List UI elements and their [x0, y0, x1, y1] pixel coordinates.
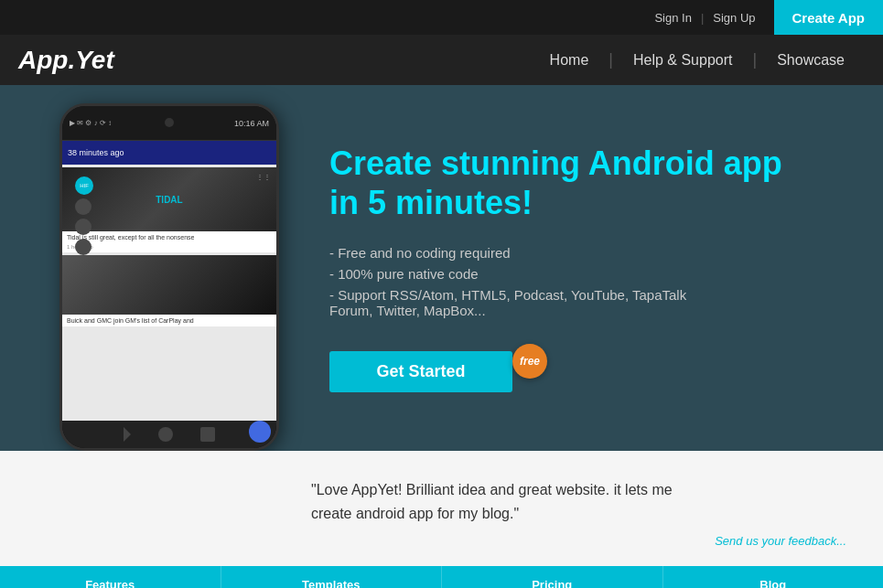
tab-blog[interactable]: Blog: [663, 566, 884, 588]
phone-status-bar: ▶ ✉ ⚙ ♪ ⟳ ↕ 10:16 AM: [62, 106, 276, 141]
phone-news-time-1: 1 hour ago: [62, 243, 276, 252]
hero-content: Create stunning Android app in 5 minutes…: [311, 85, 883, 451]
nav-bar: App.Yet Home | Help & Support | Showcase: [0, 35, 883, 85]
phone-news-item-2: Buick and GMC join GM's list of CarPlay …: [62, 255, 276, 326]
signup-link[interactable]: Sign Up: [704, 11, 764, 25]
tab-templates[interactable]: Templates: [221, 566, 443, 588]
phone-news-img-1: TIDAL HIF ⋮⋮: [62, 167, 276, 231]
hero-feature-1: - Free and no coding required: [329, 245, 846, 261]
phone-area: ▶ ✉ ⚙ ♪ ⟳ ↕ 10:16 AM 38 minutes ago TIDA…: [0, 85, 311, 451]
phone-screen: 38 minutes ago TIDAL HIF: [62, 141, 276, 421]
phone-back-btn[interactable]: [124, 427, 131, 442]
phone-news-text-2: Buick and GMC join GM's list of CarPlay …: [62, 315, 276, 326]
free-badge: free: [512, 344, 547, 379]
phone-home-btn[interactable]: [158, 427, 173, 442]
tab-pricing[interactable]: Pricing: [442, 566, 663, 588]
feedback-link[interactable]: Send us your feedback...: [311, 534, 846, 548]
testimonial-quote: "Love AppYet! Brilliant idea and great w…: [311, 478, 846, 525]
phone-app-bar: 38 minutes ago: [62, 141, 276, 165]
get-started-button[interactable]: Get Started: [329, 351, 512, 392]
nav-links: Home | Help & Support | Showcase: [530, 50, 865, 69]
nav-help[interactable]: Help & Support: [613, 52, 753, 69]
phone-news-img-2: [62, 255, 276, 315]
top-bar-links: Sign In | Sign Up: [645, 11, 764, 25]
phone-news-text-1: Tidal is still great, except for all the…: [62, 231, 276, 243]
hero-features: - Free and no coding required - 100% pur…: [329, 245, 846, 324]
phone-status-icons: ▶ ✉ ⚙ ♪ ⟳ ↕: [70, 119, 112, 127]
nav-home[interactable]: Home: [530, 52, 609, 69]
create-app-button[interactable]: Create App: [774, 0, 883, 35]
signin-link[interactable]: Sign In: [645, 11, 700, 25]
get-started-area: Get Started free: [329, 351, 531, 392]
hero-title: Create stunning Android app in 5 minutes…: [329, 144, 846, 222]
hero-feature-3: - Support RSS/Atom, HTML5, Podcast, YouT…: [329, 287, 846, 318]
nav-showcase[interactable]: Showcase: [757, 52, 865, 69]
tidal-logo: TIDAL: [156, 195, 182, 205]
hero-feature-2: - 100% pure native code: [329, 266, 846, 282]
phone-app-title: 38 minutes ago: [68, 148, 124, 157]
tab-features[interactable]: Features: [0, 566, 221, 588]
top-bar: Sign In | Sign Up Create App: [0, 0, 883, 35]
phone-bottom-bar: [62, 421, 276, 448]
phone-camera: [165, 118, 174, 127]
phone-news-item-1: TIDAL HIF ⋮⋮ Tidal is still great, excep…: [62, 167, 276, 252]
logo: App.Yet: [18, 46, 530, 75]
phone-app-content: 38 minutes ago TIDAL HIF: [62, 141, 276, 421]
testimonial-section: "Love AppYet! Brilliant idea and great w…: [0, 451, 883, 566]
phone-time: 10:16 AM: [234, 119, 269, 128]
phone-recent-btn[interactable]: [200, 427, 215, 442]
bottom-tabs: Features Templates Pricing Blog: [0, 566, 883, 588]
phone-mockup: ▶ ✉ ⚙ ♪ ⟳ ↕ 10:16 AM 38 minutes ago TIDA…: [59, 103, 279, 451]
hero-section: ▶ ✉ ⚙ ♪ ⟳ ↕ 10:16 AM 38 minutes ago TIDA…: [0, 85, 883, 451]
